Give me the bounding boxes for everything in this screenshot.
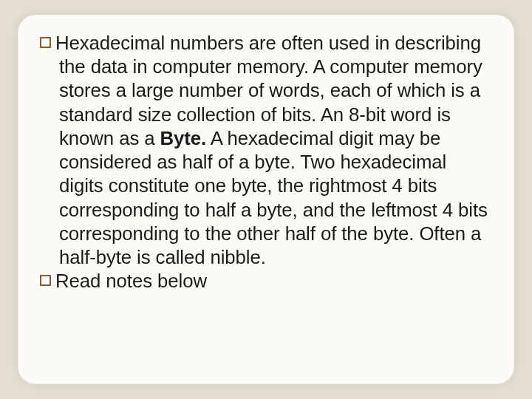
bullet-item-2: Read notes below [40, 269, 492, 293]
slide-panel: Hexadecimal numbers are often used in de… [18, 15, 514, 384]
bullet-text-suffix: A hexadecimal digit may be considered as… [59, 128, 488, 267]
bullet-text-bold: Byte. [160, 128, 207, 149]
square-bullet-icon [40, 37, 51, 48]
square-bullet-icon [40, 275, 51, 286]
slide-content: Hexadecimal numbers are often used in de… [40, 31, 492, 293]
bullet-item-1: Hexadecimal numbers are often used in de… [40, 31, 492, 269]
bullet-text-prefix: Read notes below [55, 270, 207, 291]
